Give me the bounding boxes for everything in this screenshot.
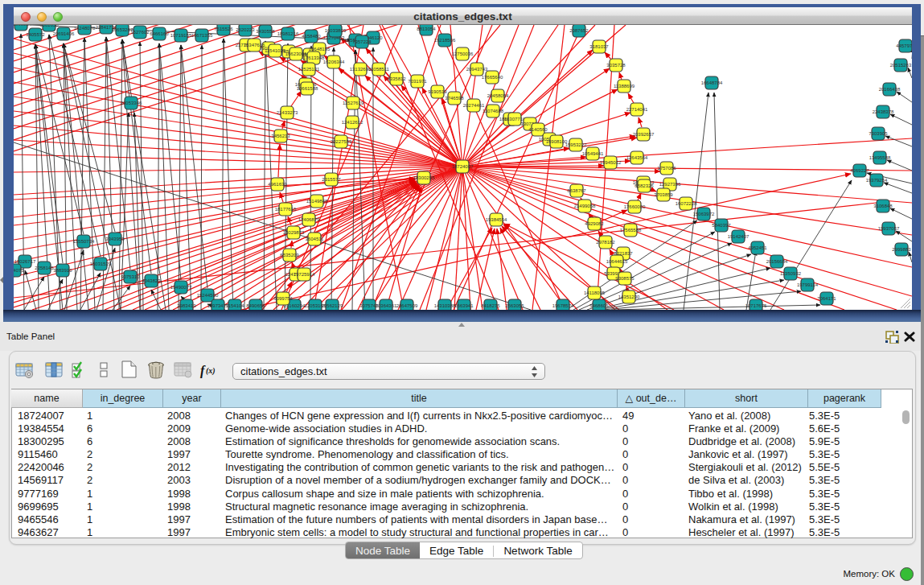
- svg-text:4457975: 4457975: [896, 43, 912, 48]
- svg-text:18300295: 18300295: [413, 175, 435, 180]
- svg-text:15347616: 15347616: [244, 43, 265, 47]
- svg-text:2620223: 2620223: [236, 27, 255, 32]
- svg-text:17613348: 17613348: [303, 56, 325, 60]
- svg-text:3746598: 3746598: [445, 96, 464, 101]
- svg-text:20648195: 20648195: [309, 47, 331, 51]
- svg-text:5840397: 5840397: [712, 223, 731, 228]
- svg-text:3456213: 3456213: [271, 134, 290, 138]
- svg-text:f: f: [200, 364, 206, 378]
- svg-text:6099754: 6099754: [273, 296, 293, 301]
- svg-text:12750036: 12750036: [452, 51, 474, 56]
- svg-text:19490077: 19490077: [170, 285, 192, 290]
- svg-text:2563055: 2563055: [505, 303, 524, 308]
- svg-text:15953222: 15953222: [565, 142, 587, 147]
- svg-text:20156684: 20156684: [766, 259, 788, 264]
- svg-text:4269227: 4269227: [850, 168, 869, 173]
- svg-text:11074688: 11074688: [483, 109, 504, 113]
- svg-text:17665640: 17665640: [482, 75, 503, 80]
- svg-text:5468605: 5468605: [589, 303, 609, 308]
- svg-text:10549441: 10549441: [582, 151, 604, 156]
- svg-text:20691406: 20691406: [53, 31, 75, 36]
- svg-text:21433273: 21433273: [277, 110, 298, 115]
- svg-text:16206344: 16206344: [323, 60, 345, 64]
- svg-text:19799114: 19799114: [797, 282, 819, 287]
- svg-text:3430558: 3430558: [256, 29, 275, 34]
- svg-text:12525131: 12525131: [298, 67, 320, 72]
- svg-text:4140560: 4140560: [528, 127, 548, 132]
- svg-text:3035728: 3035728: [606, 63, 626, 68]
- svg-text:11388699: 11388699: [614, 84, 635, 89]
- svg-text:20364361: 20364361: [376, 303, 397, 308]
- svg-text:6582326: 6582326: [634, 183, 654, 188]
- svg-text:8204075: 8204075: [14, 268, 24, 273]
- svg-text:9308575: 9308575: [615, 276, 634, 281]
- svg-text:11866024: 11866024: [14, 25, 32, 27]
- svg-text:8490656: 8490656: [246, 303, 265, 308]
- svg-text:13495588: 13495588: [869, 155, 891, 160]
- svg-text:9075310: 9075310: [121, 274, 140, 279]
- svg-text:18177615: 18177615: [275, 207, 297, 212]
- svg-text:18981216: 18981216: [277, 31, 299, 36]
- svg-text:20515263: 20515263: [890, 63, 912, 68]
- svg-text:3106848: 3106848: [873, 204, 893, 208]
- svg-text:4929082: 4929082: [585, 221, 604, 226]
- svg-text:19218506: 19218506: [434, 38, 456, 43]
- svg-text:19379254: 19379254: [866, 178, 888, 183]
- svg-text:2983419: 2983419: [177, 303, 196, 308]
- svg-text:3181037: 3181037: [589, 44, 609, 49]
- svg-text:20166438: 20166438: [879, 87, 901, 92]
- svg-text:22438378: 22438378: [873, 109, 894, 114]
- svg-text:14310388: 14310388: [434, 303, 456, 308]
- svg-text:17406879: 17406879: [298, 217, 320, 222]
- svg-text:12927396: 12927396: [659, 182, 681, 187]
- svg-text:16671355: 16671355: [191, 33, 213, 38]
- svg-text:1527602: 1527602: [130, 30, 150, 35]
- svg-text:9190519: 9190519: [428, 89, 447, 94]
- svg-text:15244500: 15244500: [197, 293, 219, 298]
- svg-text:4961630: 4961630: [268, 182, 287, 187]
- svg-text:14248078: 14248078: [74, 26, 96, 31]
- svg-text:13945012: 13945012: [600, 160, 622, 165]
- svg-text:20227559: 20227559: [331, 139, 352, 144]
- svg-text:1757086: 1757086: [657, 166, 676, 171]
- svg-text:14118095: 14118095: [584, 290, 606, 295]
- svg-text:20274461: 20274461: [463, 103, 485, 108]
- svg-text:5154104: 5154104: [225, 303, 244, 308]
- svg-text:15029873: 15029873: [283, 230, 305, 235]
- svg-text:7031971: 7031971: [408, 79, 427, 84]
- svg-text:2663941: 2663941: [454, 303, 474, 308]
- svg-text:3604511: 3604511: [306, 237, 325, 241]
- svg-text:2999883: 2999883: [892, 247, 911, 252]
- svg-text:7515526: 7515526: [214, 27, 233, 31]
- svg-text:2258145: 2258145: [35, 266, 54, 270]
- svg-text:20562129: 20562129: [322, 303, 343, 308]
- svg-text:6466160: 6466160: [150, 31, 169, 36]
- svg-text:4158480: 4158480: [302, 34, 321, 39]
- svg-text:11058511: 11058511: [368, 67, 389, 72]
- svg-text:7357224: 7357224: [352, 39, 372, 44]
- svg-text:20943743: 20943743: [466, 67, 488, 72]
- svg-text:2315577: 2315577: [322, 177, 341, 182]
- svg-text:11350932: 11350932: [780, 271, 802, 276]
- svg-text:21499058: 21499058: [574, 204, 596, 208]
- svg-text:19384554: 19384554: [486, 217, 507, 222]
- svg-text:16033809: 16033809: [325, 28, 347, 33]
- svg-text:20647509: 20647509: [396, 303, 418, 308]
- svg-text:18724007: 18724007: [452, 164, 474, 169]
- svg-text:20392657: 20392657: [633, 132, 655, 137]
- svg-text:14351230: 14351230: [618, 295, 640, 299]
- svg-text:4952451: 4952451: [748, 245, 767, 250]
- svg-text:2978182: 2978182: [596, 240, 615, 245]
- svg-text:10661588: 10661588: [297, 86, 318, 91]
- svg-text:6061658: 6061658: [39, 25, 59, 27]
- svg-text:12643564: 12643564: [626, 155, 648, 160]
- svg-text:12412612: 12412612: [342, 120, 363, 125]
- svg-text:10717675: 10717675: [745, 303, 767, 308]
- svg-text:(x): (x): [206, 366, 216, 376]
- svg-text:6638767: 6638767: [567, 188, 586, 193]
- svg-text:11541029: 11541029: [265, 48, 286, 53]
- svg-text:8813054: 8813054: [417, 27, 436, 31]
- svg-text:17660000: 17660000: [624, 204, 646, 209]
- svg-text:19937057: 19937057: [878, 226, 900, 231]
- svg-text:19142407: 19142407: [728, 234, 749, 239]
